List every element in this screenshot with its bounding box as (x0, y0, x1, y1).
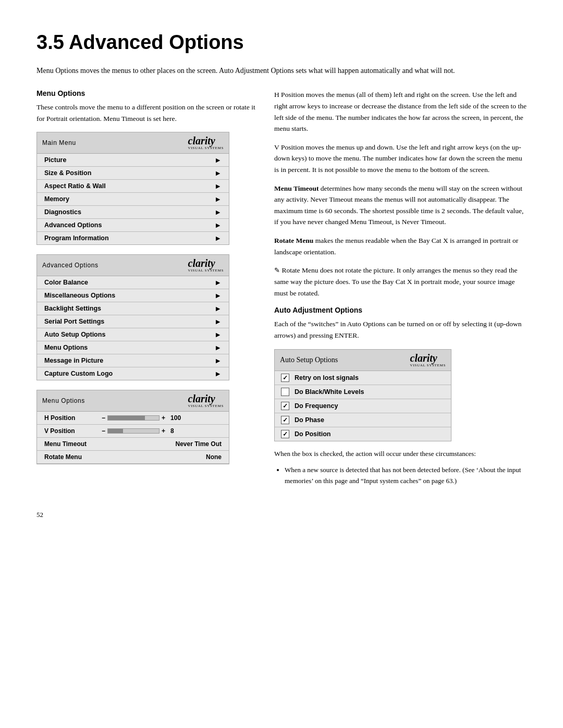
checkbox-retry (281, 374, 289, 382)
menu-options-panel-header: Menu Options clarityVISUAL SYSTEMS (37, 390, 229, 412)
checkbox-bw (281, 388, 289, 396)
adv-menu-item-backlight: Backlight Settings► (37, 302, 229, 315)
page-title: 3.5 Advanced Options (36, 31, 527, 54)
v-position-row: V Position − + 8 (37, 425, 229, 438)
adv-menu-item-message: Message in Picture► (37, 354, 229, 367)
rotate-menu-description: Rotate Menu makes the menus readable whe… (274, 235, 527, 257)
clarity-logo-main: clarityVISUAL SYSTEMS (188, 135, 224, 150)
checkbox-freq (281, 402, 289, 410)
main-menu-item-aspect: Aspect Ratio & Wall► (37, 180, 229, 193)
main-menu-item-picture: Picture► (37, 154, 229, 167)
auto-row-position: Do Position (275, 427, 451, 441)
adv-menu-item-auto: Auto Setup Options► (37, 328, 229, 341)
v-position-slider (107, 428, 160, 434)
bullet-item: When a new source is detected that has n… (285, 465, 527, 487)
pencil-icon: ✎ (274, 266, 280, 274)
adv-menu-item-menu: Menu Options► (37, 341, 229, 354)
clarity-logo-auto: clarityVISUAL SYSTEMS (410, 353, 446, 367)
auto-adjustment-heading: Auto Adjustment Options (274, 306, 527, 314)
menu-timeout-description: Menu Timeout determines how many seconds… (274, 183, 527, 228)
main-menu-item-size: Size & Position► (37, 167, 229, 180)
menu-timeout-row: Menu Timeout Never Time Out (37, 438, 229, 451)
auto-row-phase: Do Phase (275, 413, 451, 427)
advanced-options-panel: Advanced Options clarityVISUAL SYSTEMS C… (36, 254, 229, 380)
auto-setup-title: Auto Setup Options (280, 356, 338, 364)
h-position-description: H Position moves the menus (all of them)… (274, 89, 527, 134)
auto-setup-header: Auto Setup Options clarityVISUAL SYSTEMS (275, 350, 451, 371)
bullet-list: When a new source is detected that has n… (274, 465, 527, 487)
main-menu-item-program: Program Information► (37, 232, 229, 244)
menu-options-heading: Menu Options (36, 89, 255, 97)
auto-row-bw: Do Black/White Levels (275, 385, 451, 399)
left-column: Menu Options These controls move the men… (36, 89, 255, 489)
checkbox-phase (281, 416, 289, 424)
auto-setup-panel: Auto Setup Options clarityVISUAL SYSTEMS… (274, 349, 451, 441)
menu-timeout-label: Menu Timeout (274, 184, 319, 192)
clarity-logo-menu: clarityVISUAL SYSTEMS (188, 393, 224, 408)
advanced-options-title: Advanced Options (42, 262, 99, 269)
menu-options-panel-title: Menu Options (42, 397, 85, 404)
v-position-description: V Position moves the menus up and down. … (274, 142, 527, 176)
rotate-menu-row: Rotate Menu None (37, 451, 229, 464)
rotate-menu-label: Rotate Menu (274, 237, 313, 244)
page-number: 52 (36, 511, 527, 519)
main-menu-panel: Main Menu clarityVISUAL SYSTEMS Picture►… (36, 132, 229, 245)
main-menu-header: Main Menu clarityVISUAL SYSTEMS (37, 132, 229, 154)
menu-options-panel: Menu Options clarityVISUAL SYSTEMS H Pos… (36, 390, 229, 464)
adv-menu-item-logo: Capture Custom Logo► (37, 367, 229, 380)
main-menu-item-advanced: Advanced Options► (37, 219, 229, 232)
adv-menu-item-serial: Serial Port Settings► (37, 315, 229, 328)
h-position-slider (107, 415, 160, 421)
advanced-options-header: Advanced Options clarityVISUAL SYSTEMS (37, 255, 229, 276)
main-menu-title: Main Menu (42, 139, 76, 146)
h-position-row: H Position − + 100 (37, 412, 229, 425)
right-column: H Position moves the menus (all of them)… (274, 89, 527, 489)
auto-row-retry: Retry on lost signals (275, 371, 451, 385)
menu-options-body: These controls move the menu to a differ… (36, 102, 255, 124)
clarity-logo-advanced: clarityVISUAL SYSTEMS (188, 258, 224, 273)
pencil-note: ✎ Rotate Menu does not rotate the pictur… (274, 265, 527, 299)
checkbox-position (281, 430, 289, 438)
auto-row-freq: Do Frequency (275, 399, 451, 413)
main-menu-item-memory: Memory► (37, 193, 229, 206)
main-menu-item-diagnostics: Diagnostics► (37, 206, 229, 219)
adv-menu-item-misc: Miscellaneous Options► (37, 289, 229, 302)
auto-adjustment-body: Each of the “switches” in Auto Options c… (274, 318, 527, 341)
adv-menu-item-color: Color Balance► (37, 276, 229, 289)
note-text: When the box is checked, the action will… (274, 449, 527, 460)
intro-text: Menu Options moves the menus to other pl… (36, 65, 506, 77)
